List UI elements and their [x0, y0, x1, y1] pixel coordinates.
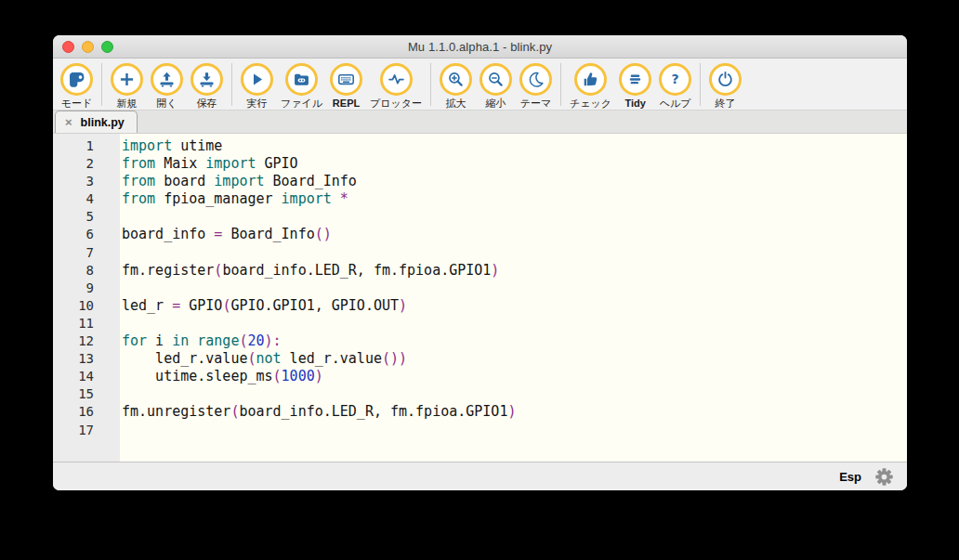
code-line [122, 208, 907, 226]
toolbar-group: 実行ファイルREPLプロッター [237, 63, 426, 109]
line-number: 12 [53, 332, 94, 350]
toolbar-button-label: Tidy [624, 98, 645, 109]
line-number: 7 [53, 244, 94, 262]
zoom-out-button[interactable]: 縮小 [476, 63, 516, 109]
code-line: from fpioa_manager import * [122, 190, 907, 208]
zoom-window-button[interactable] [101, 41, 113, 53]
zoom-in-icon [440, 63, 472, 96]
line-number-gutter: 1234567891011121314151617 [53, 134, 120, 462]
repl-button[interactable]: REPL [326, 63, 366, 109]
code-line: from board import Board_Info [122, 173, 907, 190]
toolbar-button-label: 拡大 [446, 98, 466, 109]
line-number: 15 [53, 385, 94, 403]
toolbar-button-label: REPL [333, 98, 360, 109]
window-title: Mu 1.1.0.alpha.1 - blink.py [408, 40, 552, 54]
code-line: from Maix import GPIO [122, 155, 907, 173]
zoom-in-button[interactable]: 拡大 [436, 63, 476, 109]
toolbar-group: 新規開く保存 [107, 63, 227, 109]
code-line [122, 385, 907, 403]
code-line [122, 422, 907, 439]
line-number: 2 [53, 155, 94, 173]
svg-text:?: ? [672, 72, 679, 86]
toolbar-button-label: チェック [570, 98, 611, 109]
toolbar-separator [231, 63, 232, 106]
line-number: 4 [53, 190, 94, 208]
code-line [122, 244, 907, 262]
files-icon [285, 63, 318, 96]
repl-icon [330, 63, 362, 96]
line-number: 11 [53, 315, 94, 332]
toolbar-button-label: 実行 [247, 98, 268, 109]
line-number: 13 [53, 350, 94, 368]
toolbar-button-label: モード [61, 98, 93, 109]
new-button[interactable]: 新規 [107, 63, 147, 109]
code-line: board_info = Board_Info() [122, 226, 907, 243]
toolbar-button-label: 保存 [197, 98, 217, 109]
mode-button[interactable]: モード [57, 63, 97, 109]
line-number: 8 [53, 262, 94, 280]
tab-label: blink.py [81, 116, 125, 129]
help-button[interactable]: ?ヘルプ [655, 63, 695, 109]
theme-button[interactable]: テーマ [516, 63, 556, 109]
theme-icon [519, 63, 552, 96]
plotter-button[interactable]: プロッター [366, 63, 426, 109]
toolbar-button-label: 縮小 [486, 98, 506, 109]
toolbar-button-label: ファイル [281, 98, 322, 109]
tidy-button[interactable]: Tidy [615, 63, 655, 109]
toolbar-separator [101, 63, 102, 106]
run-icon [241, 63, 273, 96]
line-number: 3 [53, 173, 94, 190]
check-button[interactable]: チェック [566, 63, 615, 109]
files-button[interactable]: ファイル [277, 63, 326, 109]
toolbar-separator [430, 63, 431, 106]
quit-button[interactable]: 終了 [705, 63, 745, 109]
code-line [122, 280, 907, 297]
check-icon [574, 63, 607, 96]
run-button[interactable]: 実行 [237, 63, 277, 109]
toolbar-button-label: 終了 [716, 98, 736, 109]
line-number: 10 [53, 297, 94, 315]
tidy-icon [619, 63, 651, 96]
help-icon: ? [659, 63, 691, 96]
code-line [122, 315, 907, 332]
mu-editor-window: Mu 1.1.0.alpha.1 - blink.py モード新規開く保存実行フ… [53, 35, 907, 490]
status-bar: Esp [53, 462, 907, 490]
line-number: 14 [53, 368, 94, 385]
toolbar: モード新規開く保存実行ファイルREPLプロッター拡大縮小テーマチェックTidy?… [53, 59, 907, 111]
toolbar-button-label: テーマ [520, 98, 552, 109]
line-number: 6 [53, 226, 94, 243]
line-number: 9 [53, 280, 94, 297]
toolbar-separator [700, 63, 701, 106]
plotter-icon [380, 63, 413, 96]
quit-icon [709, 63, 742, 96]
toolbar-button-label: 開く [156, 98, 177, 109]
save-icon [190, 63, 223, 96]
code-line: fm.unregister(board_info.LED_R, fm.fpioa… [122, 403, 907, 421]
toolbar-button-label: 新規 [117, 98, 138, 109]
mode-icon [60, 63, 93, 96]
close-window-button[interactable] [62, 41, 74, 53]
close-tab-icon[interactable]: × [65, 116, 72, 128]
toolbar-group: 終了 [705, 63, 745, 109]
line-number: 1 [53, 137, 94, 155]
tab-bar: × blink.py [53, 111, 907, 134]
new-icon [111, 63, 143, 96]
code-editor[interactable]: 1234567891011121314151617 import utimefr… [53, 134, 907, 462]
minimize-window-button[interactable] [82, 41, 94, 53]
open-button[interactable]: 開く [147, 63, 187, 109]
toolbar-button-label: プロッター [370, 98, 422, 109]
window-titlebar[interactable]: Mu 1.1.0.alpha.1 - blink.py [53, 35, 907, 59]
tab-blink-py[interactable]: × blink.py [55, 111, 138, 133]
open-icon [151, 63, 183, 96]
code-line: fm.register(board_info.LED_R, fm.fpioa.G… [122, 262, 907, 280]
mode-indicator: Esp [839, 470, 861, 484]
toolbar-separator [560, 63, 561, 106]
code-line: for i in range(20): [122, 332, 907, 350]
save-button[interactable]: 保存 [187, 63, 227, 109]
code-line: utime.sleep_ms(1000) [122, 368, 907, 385]
line-number: 5 [53, 208, 94, 226]
toolbar-group: 拡大縮小テーマ [436, 63, 556, 109]
settings-gear-icon[interactable] [874, 466, 895, 488]
line-number: 17 [53, 422, 94, 439]
code-area[interactable]: import utimefrom Maix import GPIOfrom bo… [120, 134, 907, 462]
